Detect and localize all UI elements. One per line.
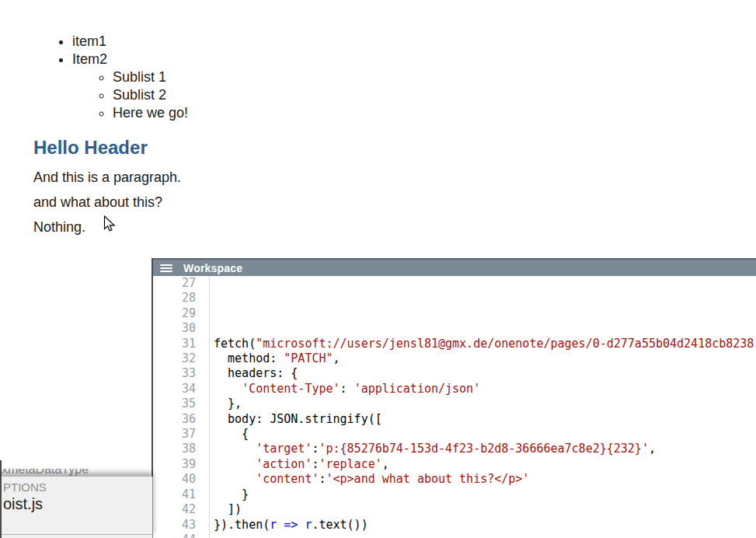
workspace-title: Workspace <box>183 262 242 274</box>
sub-list-item-label: Sublist 2 <box>113 87 166 103</box>
sub-list-item: Here we go! <box>113 104 188 122</box>
code-token: 'replace' <box>319 457 381 471</box>
code-token: 'target' <box>256 442 312 456</box>
line-number: 36 <box>153 412 196 427</box>
code-token: .text()) <box>312 518 368 532</box>
line-number: 29 <box>153 306 196 321</box>
line-number: 35 <box>153 397 196 411</box>
line-number: 43 <box>153 518 196 533</box>
line-number: 42 <box>153 502 196 517</box>
code-token: "microsoft://users/jensl81@gmx.de/onenot… <box>256 337 754 351</box>
line-number: 40 <box>153 472 196 487</box>
code-line: ]) <box>214 502 756 517</box>
autocomplete-popup: PTIONS oist.js <box>0 477 153 538</box>
code-line <box>214 306 756 321</box>
line-number: 39 <box>153 457 196 472</box>
line-number: 27 <box>153 276 196 291</box>
code-token: }).then( <box>214 518 270 532</box>
code-token <box>214 382 242 396</box>
code-token: } <box>214 487 249 501</box>
code-token: 'application/json' <box>354 382 481 396</box>
code-token: : <box>340 382 354 396</box>
sub-list: Sublist 1 Sublist 2 Here we go! <box>72 68 188 122</box>
code-line: method: "PATCH", <box>214 351 756 366</box>
code-token: headers: { <box>214 366 298 380</box>
line-number: 44 <box>153 533 196 538</box>
code-token: 'action' <box>256 457 312 471</box>
list-item-label: item1 <box>72 33 106 49</box>
code-line: 'target':'p:{85276b74-153d-4f23-b2d8-366… <box>214 442 756 456</box>
code-token: 'content' <box>256 472 319 486</box>
code-editor[interactable]: fetch("microsoft://users/jensl81@gmx.de/… <box>210 276 756 538</box>
line-number: 33 <box>153 366 196 381</box>
code-token: method: <box>214 351 284 365</box>
code-line <box>214 276 756 291</box>
code-token: fetch( <box>214 337 256 351</box>
code-token: '<p>and what about this?</p>' <box>326 472 530 486</box>
code-token: 'p:{85276b74-153d-4f23-b2d8-36666ea7c8e2… <box>319 442 648 456</box>
paragraph: and what about this? <box>33 194 162 211</box>
code-token <box>214 472 256 486</box>
popup-divider <box>2 534 152 535</box>
code-line: }, <box>214 397 756 411</box>
code-token: { <box>214 427 249 441</box>
code-line <box>214 321 756 336</box>
paragraph: Nothing. <box>33 219 85 236</box>
bullet-list: item1 Item2 Sublist 1 Sublist 2 Here we … <box>47 33 188 122</box>
line-number: 28 <box>153 291 196 306</box>
line-number: 30 <box>153 321 196 336</box>
list-item-label: Item2 <box>72 51 107 67</box>
paragraph: And this is a paragraph. <box>33 169 181 186</box>
code-token <box>214 442 256 456</box>
list-item: item1 <box>72 33 188 51</box>
popup-item[interactable]: PTIONS <box>2 480 152 494</box>
sub-list-item-label: Sublist 1 <box>113 69 166 85</box>
code-line: body: JSON.stringify([ <box>214 412 756 427</box>
code-token: r => r <box>270 518 312 532</box>
clipped-popup-item[interactable]: xmetaDataType <box>2 469 146 477</box>
line-number: 34 <box>153 382 196 397</box>
code-token: 'Content-Type' <box>242 382 340 396</box>
code-line: { <box>214 427 756 442</box>
code-token: , <box>333 351 340 365</box>
code-line: 'content':'<p>and what about this?</p>' <box>214 472 756 487</box>
hamburger-menu-icon[interactable] <box>160 263 172 274</box>
page: item1 Item2 Sublist 1 Sublist 2 Here we … <box>0 0 756 538</box>
line-numbers: 272829303132333435363738394041424344 <box>153 276 210 538</box>
code-token <box>214 457 256 471</box>
list-item: Item2 Sublist 1 Sublist 2 Here we go! <box>72 51 188 122</box>
code-token: ]) <box>214 502 242 516</box>
line-number: 31 <box>153 337 196 351</box>
line-number: 38 <box>153 442 196 456</box>
popup-item[interactable]: oist.js <box>2 494 152 514</box>
line-number: 32 <box>153 351 196 366</box>
page-heading: Hello Header <box>33 137 148 159</box>
workspace-panel: Workspace 272829303132333435363738394041… <box>152 258 756 538</box>
code-line <box>214 291 756 306</box>
code-token: body: JSON.stringify([ <box>214 412 382 426</box>
sub-list-item-label: Here we go! <box>113 105 188 121</box>
code-token: , <box>382 457 389 471</box>
code-token: , <box>649 442 656 456</box>
code-line: } <box>214 487 756 502</box>
editor-body: 272829303132333435363738394041424344 fet… <box>153 276 756 538</box>
sub-list-item: Sublist 1 <box>113 68 188 86</box>
code-line: fetch("microsoft://users/jensl81@gmx.de/… <box>214 337 756 351</box>
sub-list-item: Sublist 2 <box>113 86 188 104</box>
mouse-pointer-icon <box>103 215 116 232</box>
code-line: 'Content-Type': 'application/json' <box>214 382 756 397</box>
code-line: headers: { <box>214 366 756 381</box>
line-number: 37 <box>153 427 196 442</box>
line-number: 41 <box>153 487 196 502</box>
clipped-popup-item-label: xmetaDataType <box>2 469 146 477</box>
workspace-header: Workspace <box>153 258 756 276</box>
code-token: "PATCH" <box>284 351 333 365</box>
code-line: }).then(r => r.text()) <box>214 518 756 533</box>
code-line <box>214 533 756 538</box>
code-token: : <box>319 472 326 486</box>
code-token: }, <box>214 397 242 410</box>
code-line: 'action':'replace', <box>214 457 756 472</box>
